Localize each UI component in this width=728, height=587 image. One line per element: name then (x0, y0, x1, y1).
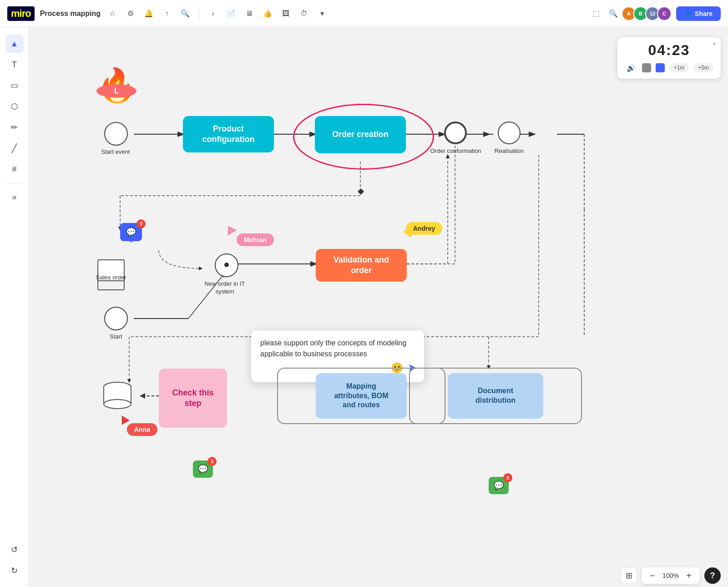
svg-point-29 (104, 400, 131, 409)
miro-logo: miro (7, 6, 35, 21)
doc-icon[interactable]: 📄 (225, 7, 238, 20)
order-creation-box[interactable]: Order creation (315, 116, 406, 153)
sticky-tool[interactable]: ▭ (5, 76, 24, 95)
timer-display: 04:23 (648, 42, 690, 59)
topbar-right: ⬚ 🔍 A B 12 C 👤 Share (590, 6, 721, 21)
order-conformation-circle[interactable] (444, 121, 467, 144)
canvas: 🔥 L Start event Product configuration Or… (29, 27, 728, 587)
timer-close-button[interactable]: × (713, 40, 716, 47)
timer-pause-button[interactable] (656, 63, 665, 72)
more-icon[interactable]: ▾ (316, 7, 329, 20)
check-step-sticky[interactable]: Check this step (159, 369, 227, 428)
start2-label: Start (104, 333, 128, 341)
share-button[interactable]: 👤 Share (676, 6, 721, 21)
pen-tool[interactable]: ✏ (5, 118, 24, 137)
board-title: Process mapping (40, 10, 101, 18)
green-chat-badge-2: 3 (503, 473, 512, 482)
frame-tool[interactable]: # (5, 160, 24, 178)
svg-rect-24 (358, 188, 364, 195)
arrows-layer (29, 27, 728, 587)
bottom-bar: ⊞ − 100% + ? (29, 564, 728, 587)
andrey-tag: Andrey (406, 222, 442, 235)
green-chat-badge-1: 3 (207, 457, 217, 466)
mehran-tag: Mehran (237, 233, 274, 246)
flame-badge: L (96, 84, 136, 98)
database-shape[interactable] (102, 381, 133, 410)
send-button[interactable]: ➤ (408, 359, 417, 376)
grid-view-button[interactable]: ⊞ (621, 567, 637, 584)
undo-button[interactable]: ↺ (5, 541, 24, 559)
timer-icon[interactable]: ⏱ (298, 7, 310, 20)
shape-tool[interactable]: ⬡ (5, 97, 24, 116)
star-icon[interactable]: ☆ (106, 7, 119, 20)
avatar-group: A B 12 C (624, 6, 672, 21)
timer-widget: × 04:23 🔊 +1m +5m (617, 37, 721, 79)
green-chat-1[interactable]: 💬 3 (193, 460, 213, 478)
help-button[interactable]: ? (704, 567, 721, 584)
zoom-in-button[interactable]: + (683, 570, 694, 581)
blue-chat-badge: 3 (136, 219, 146, 228)
order-conformation-label: Order conformation (430, 147, 482, 155)
more-tools[interactable]: » (5, 188, 24, 206)
blue-chat-icon[interactable]: 💬 3 (120, 223, 142, 241)
search-icon[interactable]: 🔍 (179, 7, 192, 20)
mehran-pointer (223, 223, 237, 236)
realisation-circle[interactable] (498, 121, 521, 144)
zoom-icon[interactable]: 🔍 (607, 7, 620, 20)
document-distribution-box[interactable]: Document distribution (448, 373, 543, 419)
settings-icon[interactable]: ⚙ (124, 7, 137, 20)
zoom-controls: − 100% + (642, 567, 700, 584)
avatar-3: C (657, 6, 672, 21)
anna-tag: Anna (127, 423, 157, 436)
sales-order-label: Sales order (88, 274, 134, 282)
topbar: miro Process mapping ☆ ⚙ 🔔 ↑ 🔍 › 📄 🖥 👍 🖼… (0, 0, 728, 27)
realisation-label: Realisation (489, 147, 530, 155)
upload-icon[interactable]: ↑ (161, 7, 173, 20)
plus1m-button[interactable]: +1m (669, 63, 689, 72)
zoom-out-button[interactable]: − (647, 570, 658, 581)
anna-pointer (118, 413, 130, 425)
timer-controls: 🔊 +1m +5m (625, 61, 713, 74)
start-event-circle[interactable] (104, 122, 128, 146)
notification-icon[interactable]: 🔔 (142, 7, 155, 20)
product-config-box[interactable]: Product configuration (183, 116, 274, 152)
image-icon[interactable]: 🖼 (279, 7, 292, 20)
start2-circle[interactable] (104, 307, 128, 330)
left-toolbar: ▲ T ▭ ⬡ ✏ ╱ # » ↺ ↻ (0, 27, 29, 587)
new-order-center-dot (224, 263, 229, 267)
zoom-level: 100% (662, 572, 680, 579)
timer-stop-button[interactable] (642, 63, 651, 72)
start-event-label: Start event (93, 148, 138, 156)
redo-button[interactable]: ↻ (5, 562, 24, 580)
chevron-right-icon[interactable]: › (207, 7, 219, 20)
svg-line-22 (188, 273, 225, 319)
present-icon[interactable]: 🖥 (243, 7, 256, 20)
toolbar-separator (7, 183, 22, 183)
separator (199, 7, 199, 20)
timer-sound-icon[interactable]: 🔊 (625, 61, 637, 74)
validation-order-box[interactable]: Validation and order (316, 249, 407, 282)
line-tool[interactable]: ╱ (5, 139, 24, 157)
undo-redo-group: ↺ ↻ (5, 541, 24, 587)
plus5m-button[interactable]: +5m (693, 63, 713, 72)
mapping-attributes-box[interactable]: Mapping attributes, BOM and routes (316, 373, 407, 419)
new-order-label: New order in IT system (197, 280, 252, 296)
text-tool[interactable]: T (5, 56, 24, 74)
andrey-pointer (398, 225, 411, 238)
selection-icon[interactable]: ⬚ (590, 7, 602, 20)
green-chat-2[interactable]: 💬 3 (489, 477, 509, 494)
thumb-icon[interactable]: 👍 (261, 7, 274, 20)
cursor-tool[interactable]: ▲ (5, 35, 24, 53)
